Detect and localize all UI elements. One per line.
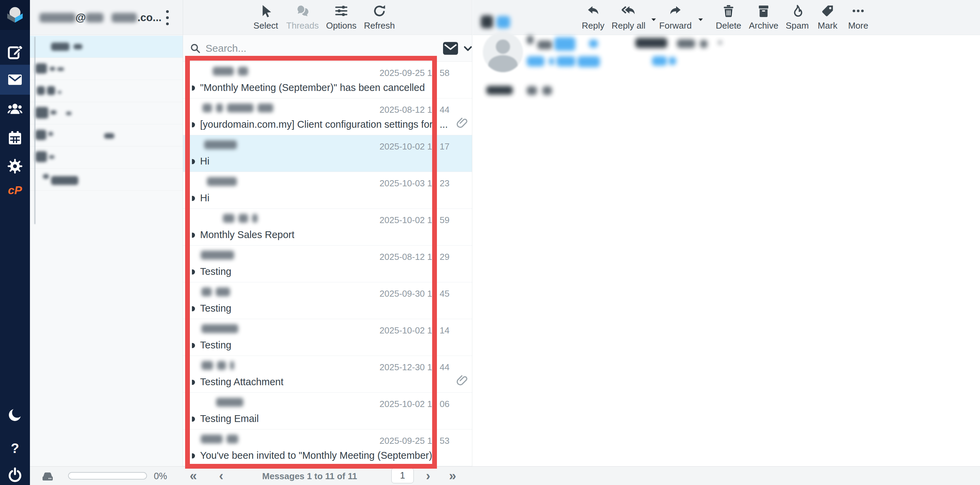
search-input[interactable] <box>205 41 395 56</box>
dots-icon <box>851 4 865 18</box>
message-time-suffix: 59 <box>440 215 450 225</box>
forward-button[interactable]: Forward <box>655 4 696 34</box>
refresh-icon <box>372 4 386 18</box>
folder-item-4[interactable] <box>30 102 183 124</box>
contacts-icon <box>7 101 23 117</box>
envelope-filter-icon[interactable] <box>442 40 459 57</box>
message-row-7[interactable]: 2025-09-30 145Testing <box>183 282 472 319</box>
message-row-5[interactable]: 2025-10-02 159Monthly Sales Report <box>183 209 472 246</box>
options-button[interactable]: Options <box>321 4 362 34</box>
unread-indicator <box>192 380 195 385</box>
sidebar-item-logout[interactable] <box>0 460 30 485</box>
redacted-content <box>527 86 537 95</box>
sidebar-item-dark-mode[interactable] <box>0 400 30 430</box>
unread-indicator <box>192 196 195 201</box>
first-page-button[interactable]: « <box>183 467 204 484</box>
toolbar-button-label: Mark <box>818 21 837 31</box>
folder-item-1-selected[interactable] <box>30 36 183 58</box>
message-date: 2025-10-02 1 <box>183 325 432 336</box>
message-subject: Testing Attachment <box>200 377 283 388</box>
search-bar <box>183 35 472 62</box>
folder-item-3[interactable] <box>30 80 183 102</box>
message-row-9[interactable]: 2025-12-30 144Testing Attachment <box>183 356 472 393</box>
message-row-6[interactable]: 2025-08-12 129Testing <box>183 246 472 282</box>
sidebar-item-mail[interactable] <box>0 65 30 95</box>
message-row-11[interactable]: 2025-09-25 153You've been invited to "Mo… <box>183 429 472 466</box>
message-time-suffix: 45 <box>440 289 450 299</box>
redacted-content <box>554 37 576 51</box>
folder-item-2[interactable] <box>30 58 183 80</box>
refresh-button[interactable]: Refresh <box>359 4 400 34</box>
message-subject: Testing <box>200 303 231 314</box>
message-date: 2025-10-03 1 <box>183 178 432 189</box>
roundcube-logo[interactable] <box>0 0 30 30</box>
folder-panel: @.co... <box>30 0 183 466</box>
message-date: 2025-10-02 1 <box>183 141 432 152</box>
message-row-3-selected[interactable]: 2025-10-02 117Hi <box>183 135 472 172</box>
sidebar-item-help[interactable]: ? <box>0 433 30 463</box>
threads-button[interactable]: Threads <box>282 4 323 34</box>
message-date: 2025-10-02 1 <box>183 399 432 409</box>
unread-indicator <box>192 343 195 348</box>
message-subject: Hi <box>200 192 209 204</box>
sidebar-item-contacts[interactable] <box>0 94 30 124</box>
account-domain-suffix: .co... <box>137 11 162 24</box>
next-page-button[interactable]: › <box>418 467 438 484</box>
unread-indicator <box>192 159 195 164</box>
folder-list-scrollbar[interactable] <box>34 37 35 224</box>
message-subject: [yourdomain.com.my] Client configuration… <box>200 119 432 130</box>
redacted-content <box>542 86 552 95</box>
message-row-10[interactable]: 2025-10-02 106Testing Email <box>183 393 472 429</box>
sidebar-item-cpanel[interactable]: cP <box>0 175 30 205</box>
cpanel-icon: cP <box>8 183 22 197</box>
power-icon <box>7 467 23 483</box>
redacted-content <box>496 16 510 28</box>
delete-button[interactable]: Delete <box>708 4 749 34</box>
reply-button[interactable]: Reply <box>573 4 614 34</box>
last-page-button[interactable]: » <box>442 467 463 484</box>
message-row-4[interactable]: 2025-10-03 123Hi <box>183 172 472 209</box>
chevron-down-icon[interactable] <box>463 44 473 54</box>
message-date: 2025-10-02 1 <box>183 215 432 225</box>
reply-all-icon <box>622 4 635 18</box>
message-row-1[interactable]: 2025-09-25 158"Monthly Meeting (Septembe… <box>183 62 472 99</box>
message-subject: Monthly Sales Report <box>200 229 294 241</box>
status-bar: 0% « ‹ Messages 1 to 11 of 11 1 › » <box>30 466 980 485</box>
folder-item-7[interactable] <box>30 169 183 191</box>
sidebar-item-compose[interactable] <box>0 37 30 67</box>
page-number-input[interactable]: 1 <box>391 468 414 483</box>
more-button[interactable]: More <box>838 4 878 34</box>
folder-item-6[interactable] <box>30 147 183 169</box>
roundcube-webmail-app: cP ? @.co... SelectThreadsOptionsRefresh… <box>0 0 980 485</box>
toolbar-button-label: Archive <box>749 21 778 31</box>
message-time-suffix: 23 <box>440 178 450 189</box>
message-row-2[interactable]: 2025-08-12 144[yourdomain.com.my] Client… <box>183 99 472 135</box>
select-button[interactable]: Select <box>245 4 286 34</box>
message-date: 2025-09-25 1 <box>183 68 432 78</box>
sidebar-item-calendar[interactable] <box>0 123 30 153</box>
unread-indicator <box>192 306 195 311</box>
caret-down-icon[interactable] <box>697 16 704 23</box>
calendar-icon <box>7 130 23 146</box>
archive-icon <box>757 4 770 18</box>
redacted-content <box>718 41 722 44</box>
sender-avatar <box>483 32 523 72</box>
folder-item-5[interactable] <box>30 124 183 147</box>
message-row-8[interactable]: 2025-10-02 114Testing <box>183 319 472 356</box>
message-time-suffix: 58 <box>440 68 450 78</box>
message-time-suffix: 14 <box>440 325 450 336</box>
message-date: 2025-08-12 1 <box>183 105 432 115</box>
unread-indicator <box>192 453 195 458</box>
redacted-content <box>652 56 667 66</box>
question-icon: ? <box>11 441 19 456</box>
reading-pane: ReplyReply allForwardDeleteArchiveSpamMa… <box>473 0 980 466</box>
account-menu-button[interactable] <box>164 10 170 25</box>
paperclip-icon <box>455 116 469 130</box>
storage-quota-bar <box>68 472 147 480</box>
previous-page-button[interactable]: ‹ <box>211 467 231 484</box>
message-date: 2025-09-25 1 <box>183 436 432 446</box>
reply-all-button[interactable]: Reply all <box>608 4 649 34</box>
message-time-suffix: 44 <box>440 105 450 115</box>
message-date: 2025-08-12 1 <box>183 252 432 262</box>
reply-icon <box>586 4 600 18</box>
